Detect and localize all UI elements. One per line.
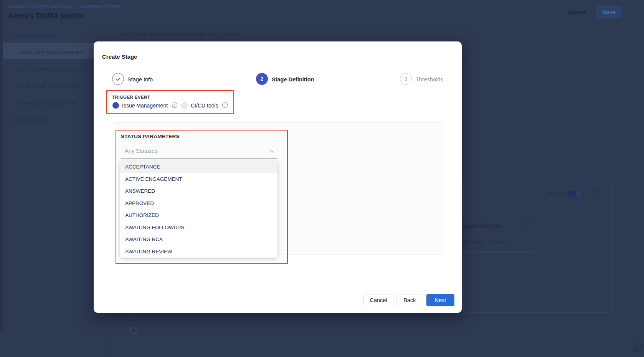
issue-management-info-icon[interactable]: i — [172, 102, 177, 108]
dropdown-option-authorized[interactable]: AUTHORIZED — [120, 209, 277, 221]
breadcrumb-account-link[interactable]: Account: SEI-Internal-Prod2 — [8, 3, 73, 9]
dropdown-option-active-engagement[interactable]: ACTIVE ENGAGEMENT — [120, 173, 277, 185]
connector-dashed-line — [134, 313, 134, 326]
check-icon — [115, 76, 121, 82]
modal-back-button[interactable]: Back — [396, 294, 423, 306]
active-toggle-label: Active — [548, 189, 564, 196]
breadcrumb: Account: SEI-Internal-Prod2›Workflow Pro… — [8, 3, 121, 9]
sidebar-item-change-failure-rate[interactable]: CHANGE FAILURE RATE — [18, 100, 78, 106]
sidebar-item-deployment-frequency[interactable]: DEPLOYMENT FREQUENCY — [18, 66, 87, 72]
radio-issue-management[interactable] — [112, 102, 119, 109]
dropdown-option-awaiting-rca[interactable]: AWAITING RCA — [120, 233, 277, 246]
select-underline — [121, 158, 277, 159]
help-chat-icon[interactable] — [632, 342, 643, 353]
dropdown-option-acceptance[interactable]: ACCEPTANCE — [120, 161, 277, 173]
page-title: Acme's DORA profile — [8, 12, 83, 20]
active-toggle[interactable] — [567, 190, 582, 197]
step-2-active-circle[interactable]: 2 — [256, 73, 268, 85]
step-1-done-circle[interactable] — [112, 73, 124, 85]
left-edge-strip — [0, 0, 3, 334]
modal-next-button[interactable]: Next — [426, 294, 454, 306]
header-save-button[interactable]: Save — [596, 6, 622, 18]
radio-cicd-tools-label[interactable]: CI/CD tools — [191, 102, 218, 109]
dropdown-option-answered[interactable]: ANSWERED — [120, 185, 277, 197]
app-window: Account: SEI-Internal-Prod2›Workflow Pro… — [0, 0, 644, 357]
note-text: Note: A task could be a new feature, sto… — [117, 31, 243, 37]
cicd-tools-info-icon[interactable]: i — [222, 102, 228, 108]
create-stage-modal: Create Stage Stage Info 2 Stage Definiti… — [94, 41, 462, 313]
step-connector-2 — [319, 82, 394, 82]
header-divider — [0, 24, 644, 24]
edit-pencil-icon[interactable]: ✎ — [525, 222, 530, 228]
approval-time-title: Approval Time — [462, 222, 502, 229]
chevron-up-icon[interactable] — [269, 150, 274, 153]
step-connector-1 — [160, 82, 251, 82]
header-cancel-button[interactable]: Cancel — [568, 9, 586, 15]
sidebar-item-mean-time-to-restore[interactable]: MEAN TIME TO RESTORE — [18, 83, 81, 89]
toggle-knob — [576, 191, 581, 196]
step-2-label[interactable]: Stage Definition — [272, 76, 314, 83]
trigger-event-label: TRIGGER EVENT — [112, 95, 150, 99]
step-1-label[interactable]: Stage Info — [127, 76, 153, 83]
approval-time-value: et Value - 10 days — [462, 238, 509, 245]
add-stage-button[interactable]: + — [129, 326, 138, 335]
step-3-label[interactable]: Thresholds — [416, 76, 443, 83]
dropdown-option-approved[interactable]: APPROVED — [120, 197, 277, 210]
step-3-circle[interactable]: 3 — [400, 73, 412, 85]
status-parameters-label: STATUS PARAMETERS — [121, 134, 180, 139]
radio-issue-management-label[interactable]: Issue Management — [122, 102, 168, 109]
modal-cancel-button[interactable]: Cancel — [363, 294, 393, 306]
statuses-select-value[interactable]: Any Statuses — [125, 148, 157, 154]
dropdown-option-awaiting-followups[interactable]: AWAITING FOLLOWUPS — [120, 221, 277, 234]
breadcrumb-workflow-profiles-link[interactable]: Workflow Profiles — [81, 3, 121, 9]
right-rail-divider — [631, 0, 631, 357]
sidebar-item-association[interactable]: ASSOCIATION — [13, 117, 48, 123]
lock-icon[interactable] — [594, 189, 600, 195]
statuses-dropdown-list: ACCEPTANCE ACTIVE ENGAGEMENT ANSWERED AP… — [120, 161, 277, 258]
sidebar-item-lead-time-for-changes[interactable]: LEAD TIME FOR CHANGES — [18, 50, 84, 55]
dropdown-option-awaiting-review[interactable]: AWAITING REVIEW — [120, 246, 277, 258]
radio-cicd-tools[interactable] — [181, 102, 188, 109]
modal-title: Create Stage — [102, 53, 137, 60]
breadcrumb-separator-icon: › — [76, 4, 78, 9]
sidebar-section-configuration: CONFIGURATION — [13, 33, 56, 39]
